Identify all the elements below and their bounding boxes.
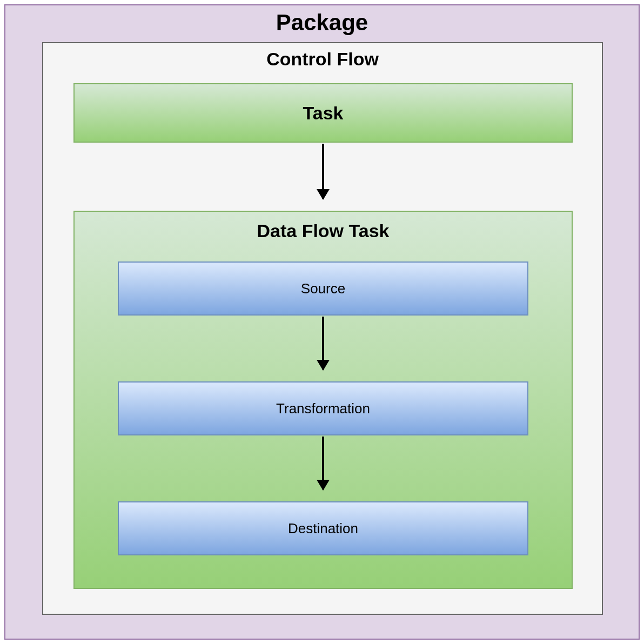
package-title: Package: [5, 5, 639, 38]
transformation-box: Transformation: [118, 381, 528, 435]
arrow-transformation-to-destination: [322, 437, 324, 489]
package-container: Package Control Flow Task Data Flow Task…: [4, 4, 640, 640]
destination-label: Destination: [288, 520, 358, 537]
source-box: Source: [118, 261, 528, 316]
arrow-source-to-transformation: [322, 317, 324, 370]
control-flow-title: Control Flow: [43, 43, 602, 70]
task-label: Task: [303, 103, 344, 124]
task-box: Task: [73, 83, 573, 143]
data-flow-task-container: Data Flow Task Source Transformation Des…: [73, 211, 573, 589]
control-flow-container: Control Flow Task Data Flow Task Source …: [42, 42, 603, 615]
data-flow-task-title: Data Flow Task: [75, 212, 572, 242]
destination-box: Destination: [118, 501, 528, 555]
source-label: Source: [301, 280, 345, 297]
transformation-label: Transformation: [276, 400, 370, 417]
arrow-task-to-dataflow: [322, 144, 324, 199]
